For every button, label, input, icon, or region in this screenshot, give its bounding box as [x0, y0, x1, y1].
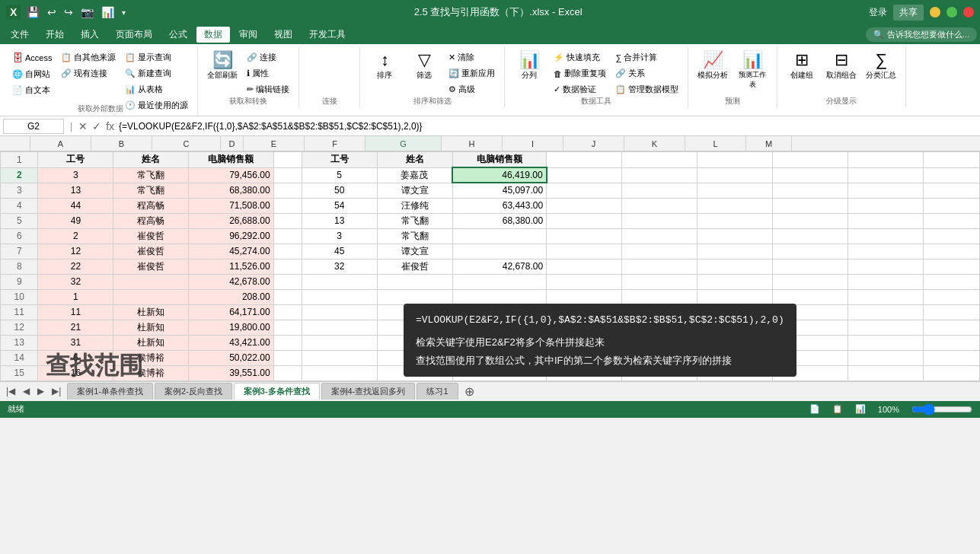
tab-prev-button[interactable]: ◀	[20, 384, 33, 398]
filter-button[interactable]: ▽ 筛选	[406, 50, 442, 82]
cell-f5[interactable]: 常飞翻	[377, 213, 452, 228]
cell-l12[interactable]	[848, 320, 923, 335]
cell-l8[interactable]	[848, 259, 923, 274]
cell-a6[interactable]: 2	[38, 228, 113, 244]
cell-j5[interactable]	[697, 213, 773, 228]
cell-c14[interactable]: 50,022.00	[189, 350, 273, 365]
camera-icon[interactable]: 📷	[79, 5, 95, 20]
cell-m9[interactable]	[923, 274, 979, 289]
cell-e5[interactable]: 13	[302, 213, 377, 228]
cell-e1[interactable]: 工号	[302, 152, 377, 168]
cell-k8[interactable]	[772, 259, 848, 274]
cell-a1[interactable]: 工号	[38, 152, 113, 168]
validate-button[interactable]: ✓ 数据验证	[551, 82, 609, 97]
cell-d1[interactable]	[273, 152, 302, 168]
clear-button[interactable]: ✕ 清除	[445, 50, 498, 65]
subtotal-button[interactable]: ∑ 分类汇总	[863, 50, 899, 82]
cell-d14[interactable]	[273, 350, 302, 365]
cell-d2[interactable]	[273, 167, 302, 183]
cell-b2[interactable]: 常飞翻	[113, 167, 189, 183]
cell-j9[interactable]	[697, 274, 773, 289]
cell-d5[interactable]	[273, 213, 302, 228]
cell-a10[interactable]: 1	[38, 289, 113, 304]
cell-g9[interactable]	[452, 274, 547, 289]
col-header-h[interactable]: H	[442, 136, 503, 151]
cell-c8[interactable]: 11,526.00	[189, 259, 273, 274]
cell-j8[interactable]	[697, 259, 773, 274]
col-header-k[interactable]: K	[624, 136, 685, 151]
insert-function-icon[interactable]: fx	[106, 120, 114, 132]
cell-c2[interactable]: 79,456.00	[189, 167, 273, 183]
maximize-button[interactable]: □	[946, 7, 957, 18]
access-button[interactable]: 🗄 Access	[9, 50, 55, 65]
other-sources-button[interactable]: 📋 自其他来源	[58, 50, 119, 65]
cell-c4[interactable]: 71,508.00	[189, 198, 273, 213]
cell-l6[interactable]	[848, 228, 923, 244]
cell-m3[interactable]	[923, 183, 979, 198]
cell-m14[interactable]	[923, 350, 979, 365]
cell-k5[interactable]	[772, 213, 848, 228]
cell-k1[interactable]	[772, 152, 848, 168]
cell-c10[interactable]: 208.00	[189, 289, 273, 304]
cell-g10[interactable]	[452, 289, 547, 304]
existing-connection-button[interactable]: 🔗 现有连接	[58, 66, 119, 81]
cell-c13[interactable]: 43,421.00	[189, 335, 273, 350]
cell-m6[interactable]	[923, 228, 979, 244]
new-query-button[interactable]: 🔍 新建查询	[122, 66, 191, 81]
cell-j2[interactable]	[697, 167, 773, 183]
undo-icon[interactable]: ↩	[46, 5, 58, 20]
cell-m1[interactable]	[923, 152, 979, 168]
quick-fill-button[interactable]: ⚡ 快速填充	[551, 50, 609, 65]
cell-j1[interactable]	[697, 152, 773, 168]
cell-l13[interactable]	[848, 335, 923, 350]
cell-f7[interactable]: 谭文宣	[377, 244, 452, 259]
cell-m13[interactable]	[923, 335, 979, 350]
cell-a9[interactable]: 32	[38, 274, 113, 289]
cell-l9[interactable]	[848, 274, 923, 289]
cell-a4[interactable]: 44	[38, 198, 113, 213]
close-button[interactable]: ✕	[963, 7, 974, 18]
cell-f4[interactable]: 汪修纯	[377, 198, 452, 213]
sheet-tab-2[interactable]: 案例2-反向查找	[155, 383, 232, 400]
cell-b7[interactable]: 崔俊哲	[113, 244, 189, 259]
group-button[interactable]: ⊞ 创建组	[784, 50, 820, 82]
cell-c6[interactable]: 96,292.00	[189, 228, 273, 244]
cell-l14[interactable]	[848, 350, 923, 365]
cell-i1[interactable]	[622, 152, 697, 168]
cell-i4[interactable]	[622, 198, 697, 213]
cell-c15[interactable]: 39,551.00	[189, 365, 273, 380]
remove-dup-button[interactable]: 🗑 删除重复项	[551, 66, 609, 81]
cell-b9[interactable]	[113, 274, 189, 289]
cell-j6[interactable]	[697, 228, 773, 244]
cell-a2[interactable]: 3	[38, 167, 113, 183]
cell-k4[interactable]	[772, 198, 848, 213]
col-header-i[interactable]: I	[503, 136, 563, 151]
view-normal-icon[interactable]: 📄	[809, 404, 820, 414]
minimize-button[interactable]: —	[930, 7, 940, 18]
cell-h5[interactable]	[547, 213, 622, 228]
cell-e4[interactable]: 54	[302, 198, 377, 213]
cell-e11[interactable]	[302, 304, 377, 320]
connection-button[interactable]: 🔗 连接	[244, 50, 292, 65]
cell-d12[interactable]	[273, 320, 302, 335]
web-button[interactable]: 🌐 自网站	[9, 67, 55, 81]
scenario-button[interactable]: 📈 模拟分析	[694, 50, 731, 82]
view-pagebreak-icon[interactable]: 📊	[855, 404, 866, 414]
cell-m7[interactable]	[923, 244, 979, 259]
menu-home[interactable]: 开始	[38, 27, 72, 43]
cell-j7[interactable]	[697, 244, 773, 259]
cell-a12[interactable]: 21	[38, 320, 113, 335]
edit-links-button[interactable]: ✏ 编辑链接	[244, 82, 292, 97]
cell-d8[interactable]	[273, 259, 302, 274]
cell-g2[interactable]: 46,419.00	[452, 167, 547, 183]
cell-d4[interactable]	[273, 198, 302, 213]
cell-f1[interactable]: 姓名	[377, 152, 452, 168]
tab-last-button[interactable]: ▶|	[49, 384, 64, 398]
cell-e14[interactable]	[302, 350, 377, 365]
sheet-tab-1[interactable]: 案例1-单条件查找	[67, 383, 153, 400]
menu-view[interactable]: 视图	[267, 27, 300, 43]
consolidate-button[interactable]: ∑ 合并计算	[612, 50, 682, 65]
cell-l4[interactable]	[848, 198, 923, 213]
cell-d10[interactable]	[273, 289, 302, 304]
text-button[interactable]: 📄 自文本	[9, 83, 55, 97]
